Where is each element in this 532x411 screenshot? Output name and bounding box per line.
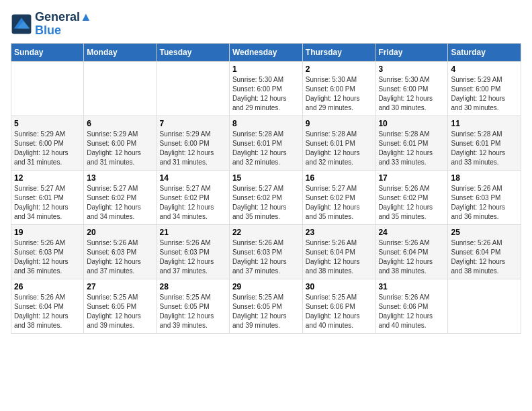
weekday-header: Wednesday [229, 43, 302, 61]
calendar-day-cell: 3Sunrise: 5:30 AM Sunset: 6:00 PM Daylig… [375, 61, 448, 116]
day-number: 28 [160, 282, 226, 291]
calendar-week-row: 26Sunrise: 5:26 AM Sunset: 6:04 PM Dayli… [11, 279, 521, 333]
day-detail: Sunrise: 5:29 AM Sunset: 6:00 PM Dayligh… [87, 130, 153, 167]
day-number: 9 [306, 119, 373, 128]
day-number: 1 [232, 64, 300, 74]
logo: General▲ Blue [11, 11, 92, 38]
calendar-day-cell [11, 61, 84, 116]
calendar-day-cell: 21Sunrise: 5:26 AM Sunset: 6:03 PM Dayli… [157, 224, 229, 279]
day-detail: Sunrise: 5:29 AM Sunset: 6:00 PM Dayligh… [451, 75, 518, 113]
day-detail: Sunrise: 5:27 AM Sunset: 6:02 PM Dayligh… [232, 184, 300, 222]
weekday-header: Sunday [11, 43, 84, 61]
calendar-day-cell: 11Sunrise: 5:28 AM Sunset: 6:01 PM Dayli… [448, 116, 521, 170]
calendar-day-cell [157, 61, 229, 116]
calendar-day-cell: 16Sunrise: 5:27 AM Sunset: 6:02 PM Dayli… [302, 170, 375, 224]
calendar-day-cell: 8Sunrise: 5:28 AM Sunset: 6:01 PM Daylig… [229, 116, 302, 170]
day-number: 22 [232, 228, 300, 237]
calendar-day-cell: 19Sunrise: 5:26 AM Sunset: 6:03 PM Dayli… [11, 224, 84, 279]
calendar-day-cell: 2Sunrise: 5:30 AM Sunset: 6:00 PM Daylig… [302, 61, 375, 116]
calendar-day-cell: 6Sunrise: 5:29 AM Sunset: 6:00 PM Daylig… [84, 116, 157, 170]
calendar-day-cell: 9Sunrise: 5:28 AM Sunset: 6:01 PM Daylig… [302, 116, 375, 170]
calendar-day-cell: 29Sunrise: 5:25 AM Sunset: 6:05 PM Dayli… [229, 279, 302, 333]
day-number: 6 [87, 119, 153, 128]
day-detail: Sunrise: 5:27 AM Sunset: 6:02 PM Dayligh… [306, 184, 373, 222]
day-number: 4 [451, 64, 518, 74]
day-number: 5 [14, 119, 81, 128]
weekday-header-row: SundayMondayTuesdayWednesdayThursdayFrid… [11, 43, 521, 61]
calendar-day-cell: 27Sunrise: 5:25 AM Sunset: 6:05 PM Dayli… [84, 279, 157, 333]
day-number: 7 [160, 119, 226, 128]
day-detail: Sunrise: 5:28 AM Sunset: 6:01 PM Dayligh… [232, 130, 300, 167]
calendar-day-cell: 25Sunrise: 5:26 AM Sunset: 6:04 PM Dayli… [448, 224, 521, 279]
calendar-day-cell: 20Sunrise: 5:26 AM Sunset: 6:03 PM Dayli… [84, 224, 157, 279]
day-detail: Sunrise: 5:26 AM Sunset: 6:04 PM Dayligh… [451, 238, 518, 276]
calendar-day-cell [448, 279, 521, 333]
day-detail: Sunrise: 5:26 AM Sunset: 6:03 PM Dayligh… [87, 238, 153, 276]
calendar-table: SundayMondayTuesdayWednesdayThursdayFrid… [11, 43, 521, 334]
calendar-week-row: 5Sunrise: 5:29 AM Sunset: 6:00 PM Daylig… [11, 116, 521, 170]
logo-icon [11, 13, 32, 35]
day-detail: Sunrise: 5:26 AM Sunset: 6:03 PM Dayligh… [160, 238, 226, 276]
day-detail: Sunrise: 5:26 AM Sunset: 6:03 PM Dayligh… [14, 238, 81, 276]
day-number: 11 [451, 119, 518, 128]
page-header: General▲ Blue [11, 11, 521, 38]
calendar-day-cell: 17Sunrise: 5:26 AM Sunset: 6:02 PM Dayli… [375, 170, 448, 224]
weekday-header: Saturday [448, 43, 521, 61]
day-number: 30 [306, 282, 373, 291]
day-detail: Sunrise: 5:25 AM Sunset: 6:05 PM Dayligh… [232, 293, 300, 330]
calendar-day-cell: 31Sunrise: 5:26 AM Sunset: 6:06 PM Dayli… [375, 279, 448, 333]
weekday-header: Thursday [302, 43, 375, 61]
calendar-day-cell: 22Sunrise: 5:26 AM Sunset: 6:03 PM Dayli… [229, 224, 302, 279]
calendar-day-cell [84, 61, 157, 116]
day-number: 20 [87, 228, 153, 237]
day-number: 17 [378, 173, 445, 183]
day-detail: Sunrise: 5:29 AM Sunset: 6:00 PM Dayligh… [14, 130, 81, 167]
weekday-header: Tuesday [157, 43, 229, 61]
day-detail: Sunrise: 5:26 AM Sunset: 6:06 PM Dayligh… [378, 293, 445, 330]
calendar-day-cell: 26Sunrise: 5:26 AM Sunset: 6:04 PM Dayli… [11, 279, 84, 333]
day-detail: Sunrise: 5:29 AM Sunset: 6:00 PM Dayligh… [160, 130, 226, 167]
day-number: 29 [232, 282, 300, 291]
day-number: 2 [306, 64, 373, 74]
calendar-week-row: 1Sunrise: 5:30 AM Sunset: 6:00 PM Daylig… [11, 61, 521, 116]
calendar-day-cell: 24Sunrise: 5:26 AM Sunset: 6:04 PM Dayli… [375, 224, 448, 279]
day-number: 19 [14, 228, 81, 237]
day-number: 21 [160, 228, 226, 237]
day-number: 16 [306, 173, 373, 183]
day-detail: Sunrise: 5:28 AM Sunset: 6:01 PM Dayligh… [306, 130, 373, 167]
weekday-header: Friday [375, 43, 448, 61]
calendar-day-cell: 10Sunrise: 5:28 AM Sunset: 6:01 PM Dayli… [375, 116, 448, 170]
day-number: 15 [232, 173, 300, 183]
day-detail: Sunrise: 5:30 AM Sunset: 6:00 PM Dayligh… [232, 75, 300, 113]
day-detail: Sunrise: 5:26 AM Sunset: 6:04 PM Dayligh… [306, 238, 373, 276]
day-detail: Sunrise: 5:26 AM Sunset: 6:04 PM Dayligh… [14, 293, 81, 330]
day-detail: Sunrise: 5:30 AM Sunset: 6:00 PM Dayligh… [306, 75, 373, 113]
day-number: 31 [378, 282, 445, 291]
calendar-day-cell: 4Sunrise: 5:29 AM Sunset: 6:00 PM Daylig… [448, 61, 521, 116]
calendar-week-row: 19Sunrise: 5:26 AM Sunset: 6:03 PM Dayli… [11, 224, 521, 279]
day-detail: Sunrise: 5:26 AM Sunset: 6:02 PM Dayligh… [378, 184, 445, 222]
day-detail: Sunrise: 5:27 AM Sunset: 6:02 PM Dayligh… [87, 184, 153, 222]
day-detail: Sunrise: 5:25 AM Sunset: 6:05 PM Dayligh… [87, 293, 153, 330]
day-number: 13 [87, 173, 153, 183]
day-number: 10 [378, 119, 445, 128]
day-number: 23 [306, 228, 373, 237]
calendar-day-cell: 5Sunrise: 5:29 AM Sunset: 6:00 PM Daylig… [11, 116, 84, 170]
day-detail: Sunrise: 5:30 AM Sunset: 6:00 PM Dayligh… [378, 75, 445, 113]
day-detail: Sunrise: 5:28 AM Sunset: 6:01 PM Dayligh… [451, 130, 518, 167]
day-number: 24 [378, 228, 445, 237]
logo-text: General▲ Blue [35, 11, 92, 38]
calendar-day-cell: 18Sunrise: 5:26 AM Sunset: 6:03 PM Dayli… [448, 170, 521, 224]
day-detail: Sunrise: 5:25 AM Sunset: 6:05 PM Dayligh… [160, 293, 226, 330]
day-detail: Sunrise: 5:26 AM Sunset: 6:03 PM Dayligh… [451, 184, 518, 222]
day-number: 14 [160, 173, 226, 183]
calendar-day-cell: 23Sunrise: 5:26 AM Sunset: 6:04 PM Dayli… [302, 224, 375, 279]
calendar-day-cell: 13Sunrise: 5:27 AM Sunset: 6:02 PM Dayli… [84, 170, 157, 224]
day-detail: Sunrise: 5:28 AM Sunset: 6:01 PM Dayligh… [378, 130, 445, 167]
day-number: 3 [378, 64, 445, 74]
calendar-day-cell: 12Sunrise: 5:27 AM Sunset: 6:01 PM Dayli… [11, 170, 84, 224]
calendar-day-cell: 7Sunrise: 5:29 AM Sunset: 6:00 PM Daylig… [157, 116, 229, 170]
calendar-day-cell: 15Sunrise: 5:27 AM Sunset: 6:02 PM Dayli… [229, 170, 302, 224]
day-number: 8 [232, 119, 300, 128]
day-detail: Sunrise: 5:26 AM Sunset: 6:04 PM Dayligh… [378, 238, 445, 276]
